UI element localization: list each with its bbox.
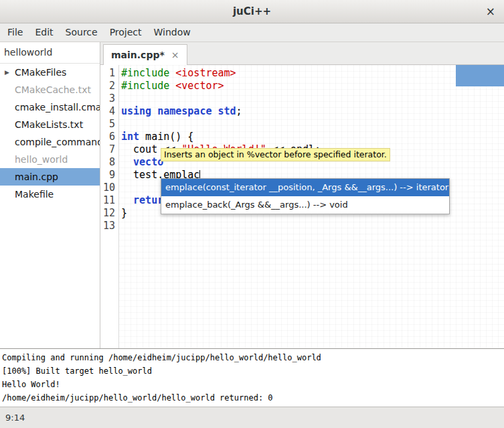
terminal-line: Hello World! <box>2 378 504 391</box>
cursor-position: 9:14 <box>5 413 25 423</box>
code-line: int main() { <box>120 131 504 143</box>
doc-tooltip: Inserts an object in %vector before spec… <box>161 148 390 161</box>
code-segment: using namespace std <box>121 105 236 117</box>
file-tree: ▶CMakeFilesCMakeCache.txtcmake_install.c… <box>0 64 100 203</box>
main-area: helloworld ▶CMakeFilesCMakeCache.txtcmak… <box>0 42 504 348</box>
sidebar-item-cmakelists-txt[interactable]: CMakeLists.txt <box>0 116 100 133</box>
code-line: #include <vector> <box>120 80 504 92</box>
code-segment: retur <box>133 194 163 206</box>
code-line: #include <iostream> <box>120 67 504 80</box>
project-root-label[interactable]: helloworld <box>0 42 100 64</box>
line-number: 13 <box>100 220 118 232</box>
sidebar-item-cmakecache-txt[interactable]: CMakeCache.txt <box>0 81 100 98</box>
autocomplete-item[interactable]: emplace_back(_Args &&__args...) --> void <box>161 196 449 214</box>
code-line <box>120 118 504 131</box>
code-segment: <iostream> <box>175 67 236 79</box>
sidebar-item-label: Makefile <box>15 189 54 200</box>
menu-item-edit[interactable]: Edit <box>29 23 59 42</box>
line-number: 7 <box>100 143 118 156</box>
code-segment: int <box>121 131 139 143</box>
code-segment: main() { <box>139 131 193 143</box>
statusbar: 9:14 <box>0 407 504 428</box>
sidebar-item-main-cpp[interactable]: main.cpp <box>0 168 100 186</box>
code-line <box>120 220 504 232</box>
scrollbar-thumb[interactable] <box>456 65 504 86</box>
autocomplete-popup: emplace(const_iterator __position, _Args… <box>161 178 450 214</box>
line-number: 10 <box>100 182 118 194</box>
sidebar-item-label: cmake_install.cmake <box>15 102 100 113</box>
line-number: 6 <box>100 131 118 143</box>
window-title: juCi++ <box>233 5 271 17</box>
menu-item-project[interactable]: Project <box>104 23 148 42</box>
terminal-line: [100%] Built target hello_world <box>2 364 504 378</box>
code-line: using namespace std; <box>120 105 504 118</box>
line-number: 8 <box>100 156 118 169</box>
line-number: 3 <box>100 92 118 105</box>
line-number: 1 <box>100 67 118 80</box>
code-segment <box>121 156 133 168</box>
line-number: 9 <box>100 169 118 182</box>
line-number: 2 <box>100 80 118 92</box>
menubar: FileEditSourceProjectWindow <box>0 23 504 42</box>
sidebar-item-cmakefiles[interactable]: ▶CMakeFiles <box>0 64 100 81</box>
menu-item-file[interactable]: File <box>1 23 29 42</box>
sidebar-item-compile-commands[interactable]: compile_commands. <box>0 133 100 151</box>
terminal-line: /home/eidheim/jucipp/hello_world/hello_w… <box>2 391 504 405</box>
line-number: 12 <box>100 207 118 220</box>
line-number-gutter: 12345678910111213 <box>100 65 119 348</box>
menu-item-source[interactable]: Source <box>60 23 104 42</box>
sidebar-item-label: CMakeCache.txt <box>15 84 91 95</box>
code-segment <box>121 194 133 206</box>
build-output-panel[interactable]: Compiling and running /home/eidheim/juci… <box>0 348 504 407</box>
line-number: 4 <box>100 105 118 118</box>
code-segment: #include <box>121 80 175 92</box>
expander-icon[interactable]: ▶ <box>5 64 9 81</box>
code-segment: ; <box>236 105 242 117</box>
sidebar-item-label: CMakeFiles <box>15 67 66 78</box>
line-number: 5 <box>100 118 118 131</box>
tab-main-cpp[interactable]: main.cpp*× <box>103 44 187 65</box>
code-editor[interactable]: 12345678910111213 #include <iostream>#in… <box>100 65 504 348</box>
menu-item-window[interactable]: Window <box>148 23 197 42</box>
sidebar-item-hello-world[interactable]: hello_world <box>0 151 100 168</box>
app-window: juCi++ × FileEditSourceProjectWindow hel… <box>0 0 504 428</box>
sidebar-item-makefile[interactable]: Makefile <box>0 186 100 203</box>
tab-close-icon[interactable]: × <box>171 50 179 60</box>
sidebar-item-cmake-install-cmake[interactable]: cmake_install.cmake <box>0 98 100 116</box>
sidebar-item-label: CMakeLists.txt <box>15 119 83 130</box>
code-segment: #include <box>121 67 175 79</box>
sidebar-item-label: compile_commands. <box>15 137 100 147</box>
file-tree-sidebar: helloworld ▶CMakeFilesCMakeCache.txtcmak… <box>0 42 100 348</box>
tabbar: main.cpp*× <box>100 42 504 65</box>
code-line <box>120 92 504 105</box>
code-segment: vecto <box>133 156 163 168</box>
editor-pane: main.cpp*× 12345678910111213 #include <i… <box>100 42 504 348</box>
code-segment: <vector> <box>175 80 224 92</box>
window-close-button[interactable]: × <box>486 5 495 18</box>
code-segment: } <box>121 207 127 219</box>
terminal-line: Compiling and running /home/eidheim/juci… <box>2 351 504 364</box>
autocomplete-item[interactable]: emplace(const_iterator __position, _Args… <box>161 179 449 196</box>
line-number: 11 <box>100 194 118 207</box>
tab-label: main.cpp* <box>111 50 165 60</box>
titlebar: juCi++ × <box>0 0 504 23</box>
sidebar-item-label: main.cpp <box>15 171 58 182</box>
sidebar-item-label: hello_world <box>15 154 68 165</box>
